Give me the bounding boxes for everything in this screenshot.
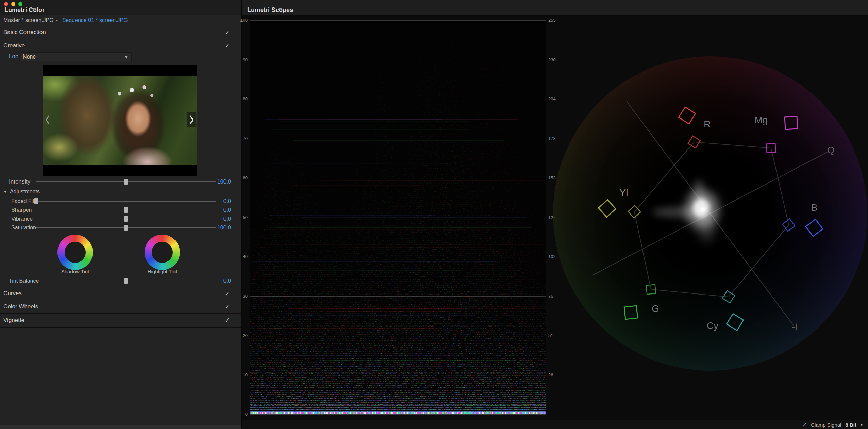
tint-balance-value[interactable]: 0.0: [223, 278, 231, 284]
vignette-label: Vignette: [3, 317, 24, 324]
shadow-tint-wheel[interactable]: [57, 235, 93, 270]
vignette-check-icon[interactable]: ✓: [224, 316, 230, 324]
section-basic-correction[interactable]: Basic Correction ✓: [0, 26, 241, 39]
creative-label: Creative: [3, 42, 25, 49]
saturation-label: Saturation: [11, 225, 36, 231]
vectorscope-label-g: G: [652, 303, 659, 314]
vectorscope-label-b: B: [811, 202, 818, 213]
adjustments-collapse-icon[interactable]: ▼: [3, 190, 7, 194]
master-clip-caret-icon[interactable]: ▾: [56, 18, 58, 23]
application-window: Lumetri Color ≡ Lumetri Scopes ≡ Master …: [0, 0, 868, 429]
next-look-button[interactable]: [187, 112, 196, 127]
tint-balance-label: Tint Balance: [9, 278, 39, 284]
vectorscope-label-r: R: [704, 119, 711, 130]
scale-label: 100: [237, 17, 248, 23]
vectorscope-signal-blob: [652, 179, 718, 242]
look-preview: [43, 65, 197, 176]
close-button[interactable]: [4, 2, 8, 6]
zoom-button[interactable]: [18, 2, 22, 6]
sequence-clip-link[interactable]: Sequence 01 * screen.JPG: [62, 17, 128, 23]
minimize-button[interactable]: [11, 2, 15, 6]
panel-menu-icon[interactable]: ≡: [33, 6, 37, 14]
vectorscope-label-cy: Cy: [707, 320, 718, 331]
vibrance-row: Vibrance 0.0: [0, 215, 241, 223]
look-dropdown-caret-icon: ▼: [124, 54, 128, 60]
saturation-value[interactable]: 100.0: [217, 225, 231, 231]
vectorscope-label-mg: Mg: [755, 115, 768, 126]
faded-film-row: Faded Film 0.0: [0, 197, 241, 205]
master-clip-dropdown[interactable]: Master * screen.JPG: [3, 17, 54, 23]
intensity-label: Intensity: [9, 178, 30, 185]
left-panel-bottom-bar: [0, 425, 241, 429]
clamp-signal-label[interactable]: Clamp Signal: [811, 422, 841, 428]
vibrance-label: Vibrance: [11, 216, 33, 222]
look-preview-image: [43, 76, 197, 165]
clamp-signal-check-icon[interactable]: ✓: [803, 422, 807, 428]
tint-balance-row: Tint Balance 0.0: [0, 277, 241, 285]
scale-label: 60: [237, 175, 248, 181]
curves-label: Curves: [3, 290, 22, 297]
faded-film-value[interactable]: 0.0: [223, 198, 231, 204]
section-color-wheels[interactable]: Color Wheels ✓: [0, 300, 241, 313]
vectorscope-label-neg-i: -i: [792, 321, 797, 332]
highlight-tint-wheel[interactable]: [145, 235, 180, 270]
bit-depth-caret-icon[interactable]: ▾: [861, 422, 863, 427]
intensity-row: Intensity 100.0: [0, 178, 241, 186]
lumetri-scopes-header: [242, 0, 868, 15]
vibrance-slider-handle[interactable]: [124, 216, 128, 222]
sharpen-slider-handle[interactable]: [124, 207, 128, 213]
adjustments-header[interactable]: ▼ Adjustments: [0, 188, 241, 196]
scale-label: 90: [237, 57, 248, 63]
saturation-slider-handle[interactable]: [124, 225, 128, 231]
basic-correction-check-icon[interactable]: ✓: [224, 29, 230, 36]
scale-label: 40: [237, 254, 248, 260]
sharpen-row: Sharpen 0.0: [0, 206, 241, 214]
vibrance-value[interactable]: 0.0: [223, 216, 231, 222]
color-wheels-label: Color Wheels: [3, 303, 38, 310]
section-creative[interactable]: Creative ✓: [0, 39, 241, 52]
faded-film-slider-handle[interactable]: [34, 198, 38, 204]
scopes-bottom-bar: [242, 420, 868, 429]
tint-balance-slider-handle[interactable]: [124, 278, 128, 284]
sharpen-label: Sharpen: [11, 207, 32, 213]
scale-label: 30: [237, 293, 248, 299]
bit-depth-dropdown[interactable]: 8 Bit: [845, 422, 856, 428]
lumetri-scopes-title: Lumetri Scopes: [247, 6, 293, 14]
lumetri-color-title: Lumetri Color: [4, 6, 45, 14]
scale-label: 26: [548, 372, 564, 378]
basic-correction-label: Basic Correction: [3, 29, 46, 36]
intensity-slider-handle[interactable]: [124, 179, 128, 185]
scale-label: 70: [237, 136, 248, 142]
scale-label: 80: [237, 96, 248, 102]
shadow-tint-label: Shadow Tint: [50, 269, 101, 274]
sharpen-value[interactable]: 0.0: [223, 207, 231, 213]
previous-look-button[interactable]: [43, 112, 52, 127]
scopes-menu-icon[interactable]: ≡: [278, 6, 282, 14]
intensity-value[interactable]: 100.0: [217, 179, 231, 185]
color-wheels-check-icon[interactable]: ✓: [224, 303, 230, 311]
saturation-row: Saturation 100.0: [0, 224, 241, 232]
vectorscope-label-yl: Yl: [620, 187, 628, 198]
waveform-scope: [250, 20, 546, 414]
scale-label: 0: [237, 411, 248, 417]
highlight-tint-label: Highlight Tint: [137, 269, 188, 274]
creative-check-icon[interactable]: ✓: [224, 42, 230, 49]
section-vignette[interactable]: Vignette ✓: [0, 314, 241, 327]
adjustments-label: Adjustments: [10, 189, 40, 195]
scale-label: 10: [237, 372, 248, 378]
faded-film-slider-track[interactable]: [36, 201, 216, 202]
scopes-toolbar: ✓ Clamp Signal 8 Bit ▾: [800, 420, 865, 429]
vectorscope-label-q: Q: [827, 145, 835, 156]
scale-label: 20: [237, 333, 248, 339]
clip-selector-row: Master * screen.JPG ▾ Sequence 01 * scre…: [0, 15, 241, 26]
scale-label: 50: [237, 214, 248, 221]
look-dropdown-value: None: [23, 54, 36, 60]
look-dropdown[interactable]: None ▼: [19, 52, 132, 61]
lumetri-color-panel: [0, 0, 241, 429]
section-curves[interactable]: Curves ✓: [0, 287, 241, 300]
scale-label: 255: [548, 17, 564, 23]
curves-check-icon[interactable]: ✓: [224, 290, 230, 298]
